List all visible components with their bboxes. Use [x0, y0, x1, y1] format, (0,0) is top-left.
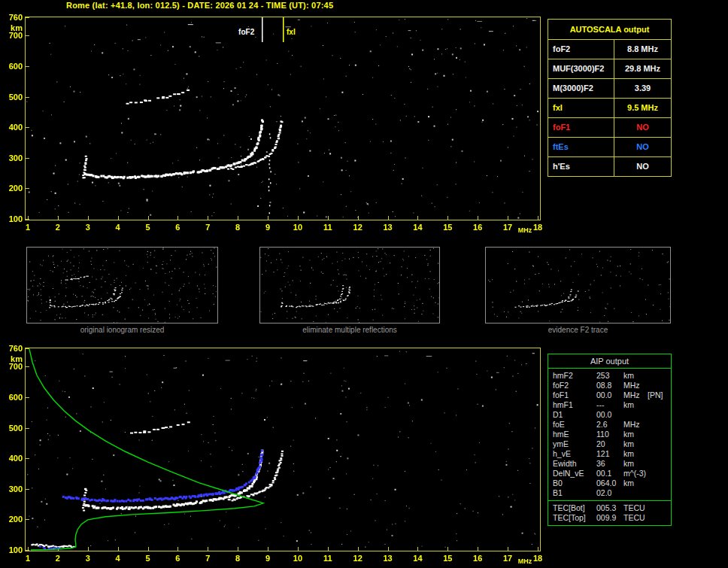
aip-param-unit — [623, 488, 648, 498]
y-axis-tick-label: 200 — [2, 184, 23, 193]
ionogram-top-canvas — [25, 17, 541, 220]
aip-param-extra — [648, 439, 669, 449]
aip-param-label: h_vE — [553, 449, 596, 459]
autoscala-row-label: ftEs — [548, 138, 614, 156]
x-axis-tick-label: 16 — [469, 554, 487, 563]
autoscala-row: foF28.8 MHz — [548, 40, 671, 59]
aip-row: Ewidth36km — [553, 459, 669, 469]
aip-param-unit: km — [623, 478, 648, 488]
aip-param-value: 00.0 — [596, 410, 623, 420]
aip-param-value: 36 — [596, 459, 623, 469]
aip-param-value: 20 — [596, 439, 623, 449]
x-axis-tick-label: 12 — [349, 554, 367, 563]
autoscala-row: M(3000)F23.39 — [548, 79, 671, 99]
autoscala-row-value: NO — [614, 118, 671, 137]
aip-param-value: 121 — [596, 449, 623, 459]
aip-param-extra — [648, 400, 669, 410]
aip-param-label: foF1 — [553, 390, 596, 400]
autoscala-output-table: AUTOSCALA output foF28.8 MHzMUF(3000)F22… — [548, 19, 672, 177]
aip-param-value: --- — [596, 400, 623, 410]
y-axis-tick-label: 600 — [2, 62, 23, 71]
aip-param-label: foF2 — [553, 381, 596, 390]
autoscala-row-value: 9.5 MHz — [614, 99, 671, 117]
x-axis-tick-label: 8 — [229, 223, 247, 232]
x-axis-tick-label: 1 — [19, 554, 37, 563]
x-axis-tick-label: 7 — [199, 554, 217, 563]
y-axis-unit-label: km — [2, 354, 23, 363]
autoscala-row: MUF(3000)F229.8 MHz — [548, 59, 671, 79]
aip-param-extra — [648, 381, 669, 390]
aip-row: DelN_vE00.1m^(-3) — [553, 469, 669, 478]
aip-param-value: 02.0 — [596, 488, 623, 498]
autoscala-output-rows: foF28.8 MHzMUF(3000)F229.8 MHzM(3000)F23… — [548, 40, 671, 176]
x-axis-tick-label: 17 — [499, 223, 517, 232]
autoscala-row: ftEsNO — [548, 138, 671, 157]
autoscala-row-label: foF2 — [548, 40, 614, 59]
y-axis-tick-label: 760 — [2, 13, 23, 22]
y-axis-tick-label: 500 — [2, 93, 23, 102]
aip-param-label: hmE — [553, 430, 596, 439]
y-axis-tick-label: 100 — [2, 545, 23, 554]
x-axis-tick-label: 10 — [289, 554, 307, 563]
x-axis-tick-label: 11 — [319, 554, 337, 563]
aip-row: foF100.0MHz[PN] — [553, 390, 669, 400]
aip-tec-value: 005.3 — [596, 503, 623, 513]
x-axis-tick-label: 14 — [408, 554, 426, 563]
autoscala-row-label: fxI — [548, 99, 614, 117]
thumbnail-caption-eliminate: eliminate multiple reflections — [259, 326, 440, 334]
x-axis-tick-label: 15 — [438, 554, 457, 563]
aip-param-value: 00.0 — [596, 390, 623, 400]
autoscala-row-label: M(3000)F2 — [548, 79, 614, 98]
aip-param-value: 253 — [596, 371, 623, 381]
aip-row: h_vE121km — [553, 449, 669, 459]
x-axis-tick-label: 18 — [529, 223, 547, 232]
y-axis-tick-label: 700 — [2, 362, 23, 371]
aip-param-value: 2.6 — [596, 420, 623, 430]
y-axis-tick-label: 700 — [2, 31, 23, 40]
aip-param-unit: MHz — [623, 390, 648, 400]
x-axis-tick-label: 8 — [229, 554, 247, 563]
aip-param-label: DelN_vE — [553, 469, 596, 478]
aip-param-value: 08.8 — [596, 381, 623, 390]
x-axis-tick-label: 4 — [109, 223, 127, 232]
y-axis-unit-label: km — [2, 23, 23, 32]
x-axis-tick-label: 2 — [49, 223, 67, 232]
x-axis-unit-label: MHz — [515, 226, 535, 235]
y-axis-tick-label: 760 — [2, 344, 23, 353]
aip-param-unit: km — [623, 449, 648, 459]
x-axis-tick-label: 6 — [168, 554, 187, 563]
aip-param-label: B1 — [553, 488, 596, 498]
y-axis-tick-label: 200 — [2, 515, 23, 524]
aip-output-rows: hmF2253kmfoF208.8MHzfoF100.0MHz[PN]hmF1-… — [548, 369, 671, 500]
y-axis-tick-label: 600 — [2, 393, 23, 402]
aip-row: B102.0 — [553, 488, 669, 498]
x-axis-tick-label: 7 — [199, 223, 217, 232]
aip-tec-unit: TECU — [623, 513, 648, 523]
thumbnail-evidence-f2-trace — [485, 247, 671, 323]
aip-param-unit: m^(-3) — [623, 469, 648, 478]
x-axis-tick-label: 4 — [109, 554, 127, 563]
aip-param-label: hmF2 — [553, 371, 596, 381]
aip-output-box: AIP output hmF2253kmfoF208.8MHzfoF100.0M… — [548, 354, 672, 526]
aip-param-extra: [PN] — [648, 390, 669, 400]
aip-tec-unit: TECU — [623, 503, 648, 513]
aip-param-unit: km — [623, 439, 648, 449]
aip-param-label: B0 — [553, 478, 596, 488]
aip-row: hmF1---km — [553, 400, 669, 410]
x-axis-tick-label: 18 — [529, 554, 547, 563]
aip-row: ymE20km — [553, 439, 669, 449]
x-axis-tick-label: 9 — [259, 554, 277, 563]
autoscala-row: h'EsNO — [548, 157, 671, 176]
x-axis-tick-label: 3 — [79, 223, 97, 232]
aip-param-unit: km — [623, 400, 648, 410]
aip-param-extra — [648, 478, 669, 488]
autoscala-row-value: 8.8 MHz — [614, 40, 671, 59]
autoscala-row-value: NO — [614, 138, 671, 156]
aip-param-extra — [648, 488, 669, 498]
thumbnail-caption-evidence: evidence F2 trace — [485, 326, 671, 334]
aip-tec-row: TEC[Top]009.9TECU — [553, 513, 669, 523]
aip-param-label: hmF1 — [553, 400, 596, 410]
x-axis-tick-label: 13 — [379, 554, 397, 563]
autoscala-row: fxI9.5 MHz — [548, 99, 671, 118]
aip-row: D100.0 — [553, 410, 669, 420]
